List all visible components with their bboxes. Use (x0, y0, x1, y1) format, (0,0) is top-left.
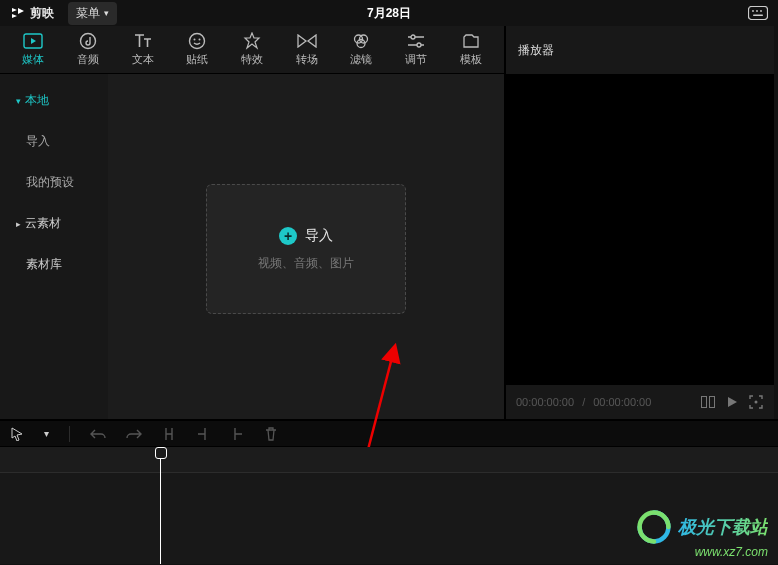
import-label: 导入 (305, 227, 333, 245)
undo-icon[interactable] (90, 428, 106, 440)
tab-label: 音频 (77, 52, 99, 67)
sidebar-item-local[interactable]: ▾ 本地 (0, 80, 108, 121)
svg-rect-16 (702, 397, 707, 408)
tab-text[interactable]: 文本 (115, 26, 170, 73)
app-name: 剪映 (30, 5, 54, 22)
redo-icon[interactable] (126, 428, 142, 440)
tab-label: 转场 (296, 52, 318, 67)
timecode-current: 00:00:00:00 (516, 396, 574, 408)
svg-point-8 (194, 39, 196, 41)
sidebar-item-import[interactable]: 导入 (0, 121, 108, 162)
tab-sticker[interactable]: 贴纸 (170, 26, 225, 73)
timeline-ruler[interactable] (0, 447, 778, 473)
svg-point-9 (199, 39, 201, 41)
tab-label: 文本 (132, 52, 154, 67)
sidebar-item-presets[interactable]: 我的预设 (0, 162, 108, 203)
template-icon (461, 32, 481, 50)
split-icon[interactable] (162, 427, 176, 441)
tab-audio[interactable]: 音频 (61, 26, 116, 73)
project-date: 7月28日 (367, 5, 411, 22)
cut-right-icon[interactable] (230, 427, 244, 441)
tab-label: 调节 (405, 52, 427, 67)
tab-media[interactable]: 媒体 (6, 26, 61, 73)
text-icon (133, 32, 153, 50)
timecode-duration: 00:00:00:00 (593, 396, 651, 408)
menu-label: 菜单 (76, 5, 100, 22)
pointer-tool-icon[interactable] (10, 427, 24, 441)
separator (69, 426, 70, 442)
chevron-down-icon: ▾ (104, 8, 109, 18)
svg-rect-17 (710, 397, 715, 408)
import-hint: 视频、音频、图片 (258, 255, 354, 272)
ratio-icon[interactable] (700, 394, 716, 410)
svg-point-1 (752, 10, 754, 12)
svg-point-3 (760, 10, 762, 12)
tab-template[interactable]: 模板 (443, 26, 498, 73)
filter-icon (351, 32, 371, 50)
svg-rect-0 (749, 7, 768, 20)
timecode-separator: / (582, 396, 585, 408)
play-icon[interactable] (724, 394, 740, 410)
audio-icon (78, 32, 98, 50)
svg-point-7 (190, 34, 205, 49)
timeline-tracks[interactable] (0, 473, 778, 564)
tab-label: 特效 (241, 52, 263, 67)
chevron-down-icon[interactable]: ▾ (44, 428, 49, 439)
sidebar-item-cloud[interactable]: ▸ 云素材 (0, 203, 108, 244)
fullscreen-icon[interactable] (748, 394, 764, 410)
tab-effects[interactable]: 特效 (225, 26, 280, 73)
cut-left-icon[interactable] (196, 427, 210, 441)
app-logo-icon (10, 5, 26, 21)
tab-label: 滤镜 (350, 52, 372, 67)
tab-label: 模板 (460, 52, 482, 67)
media-icon (23, 32, 43, 50)
sidebar-item-label: 素材库 (26, 256, 62, 273)
sticker-icon (187, 32, 207, 50)
tab-transition[interactable]: 转场 (279, 26, 334, 73)
svg-point-14 (417, 43, 421, 47)
caret-right-icon: ▸ (16, 219, 21, 229)
caret-down-icon: ▾ (16, 96, 21, 106)
tab-label: 贴纸 (186, 52, 208, 67)
plus-icon: + (279, 227, 297, 245)
sidebar-item-label: 导入 (26, 133, 50, 150)
sidebar-item-label: 我的预设 (26, 174, 74, 191)
tab-label: 媒体 (22, 52, 44, 67)
menu-button[interactable]: 菜单 ▾ (68, 2, 117, 25)
sidebar-item-label: 本地 (25, 92, 49, 109)
timeline[interactable] (0, 447, 778, 564)
svg-point-13 (411, 35, 415, 39)
import-dropzone[interactable]: + 导入 视频、音频、图片 (206, 184, 406, 314)
playhead[interactable] (160, 447, 161, 564)
keyboard-shortcut-icon[interactable] (748, 6, 768, 20)
tab-filter[interactable]: 滤镜 (334, 26, 389, 73)
player-title: 播放器 (506, 26, 774, 74)
delete-icon[interactable] (264, 427, 278, 441)
svg-point-18 (755, 401, 758, 404)
transition-icon (297, 32, 317, 50)
tab-adjust[interactable]: 调节 (389, 26, 444, 73)
adjust-icon (406, 32, 426, 50)
svg-rect-4 (753, 15, 763, 17)
sidebar-item-library[interactable]: 素材库 (0, 244, 108, 285)
player-viewport (506, 74, 774, 385)
sidebar-item-label: 云素材 (25, 215, 61, 232)
effects-icon (242, 32, 262, 50)
svg-point-2 (756, 10, 758, 12)
